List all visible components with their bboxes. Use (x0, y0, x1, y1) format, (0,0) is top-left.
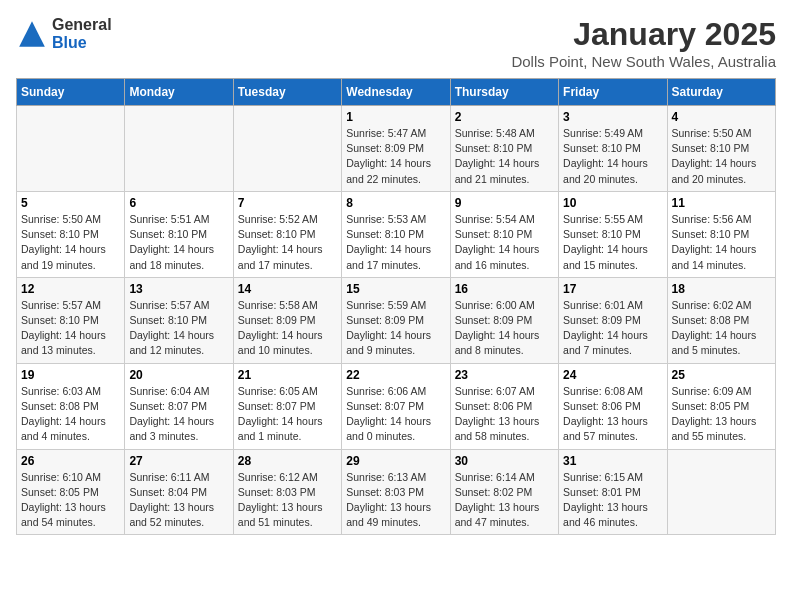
day-number: 16 (455, 282, 554, 296)
day-number: 9 (455, 196, 554, 210)
day-number: 4 (672, 110, 771, 124)
cell-2-6: 18Sunrise: 6:02 AM Sunset: 8:08 PM Dayli… (667, 277, 775, 363)
day-info: Sunrise: 6:14 AM Sunset: 8:02 PM Dayligh… (455, 470, 554, 531)
day-info: Sunrise: 5:58 AM Sunset: 8:09 PM Dayligh… (238, 298, 337, 359)
day-info: Sunrise: 5:50 AM Sunset: 8:10 PM Dayligh… (21, 212, 120, 273)
calendar-table: SundayMondayTuesdayWednesdayThursdayFrid… (16, 78, 776, 535)
cell-4-6 (667, 449, 775, 535)
svg-marker-0 (19, 21, 45, 47)
day-number: 20 (129, 368, 228, 382)
day-number: 21 (238, 368, 337, 382)
header-saturday: Saturday (667, 79, 775, 106)
header-friday: Friday (559, 79, 667, 106)
day-info: Sunrise: 6:02 AM Sunset: 8:08 PM Dayligh… (672, 298, 771, 359)
cell-4-3: 29Sunrise: 6:13 AM Sunset: 8:03 PM Dayli… (342, 449, 450, 535)
day-info: Sunrise: 6:07 AM Sunset: 8:06 PM Dayligh… (455, 384, 554, 445)
calendar-title: January 2025 (511, 16, 776, 53)
day-info: Sunrise: 6:00 AM Sunset: 8:09 PM Dayligh… (455, 298, 554, 359)
title-block: January 2025 Dolls Point, New South Wale… (511, 16, 776, 70)
day-info: Sunrise: 6:05 AM Sunset: 8:07 PM Dayligh… (238, 384, 337, 445)
day-info: Sunrise: 5:57 AM Sunset: 8:10 PM Dayligh… (129, 298, 228, 359)
day-number: 2 (455, 110, 554, 124)
day-number: 17 (563, 282, 662, 296)
header-row: SundayMondayTuesdayWednesdayThursdayFrid… (17, 79, 776, 106)
day-number: 15 (346, 282, 445, 296)
cell-2-4: 16Sunrise: 6:00 AM Sunset: 8:09 PM Dayli… (450, 277, 558, 363)
day-info: Sunrise: 5:57 AM Sunset: 8:10 PM Dayligh… (21, 298, 120, 359)
header-tuesday: Tuesday (233, 79, 341, 106)
cell-1-3: 8Sunrise: 5:53 AM Sunset: 8:10 PM Daylig… (342, 191, 450, 277)
day-info: Sunrise: 5:49 AM Sunset: 8:10 PM Dayligh… (563, 126, 662, 187)
week-row-4: 19Sunrise: 6:03 AM Sunset: 8:08 PM Dayli… (17, 363, 776, 449)
day-info: Sunrise: 6:03 AM Sunset: 8:08 PM Dayligh… (21, 384, 120, 445)
day-info: Sunrise: 6:15 AM Sunset: 8:01 PM Dayligh… (563, 470, 662, 531)
day-number: 31 (563, 454, 662, 468)
logo-icon (16, 18, 48, 50)
day-number: 29 (346, 454, 445, 468)
day-number: 22 (346, 368, 445, 382)
day-info: Sunrise: 5:47 AM Sunset: 8:09 PM Dayligh… (346, 126, 445, 187)
day-info: Sunrise: 6:01 AM Sunset: 8:09 PM Dayligh… (563, 298, 662, 359)
calendar-body: 1Sunrise: 5:47 AM Sunset: 8:09 PM Daylig… (17, 106, 776, 535)
day-info: Sunrise: 5:50 AM Sunset: 8:10 PM Dayligh… (672, 126, 771, 187)
day-info: Sunrise: 6:12 AM Sunset: 8:03 PM Dayligh… (238, 470, 337, 531)
cell-1-4: 9Sunrise: 5:54 AM Sunset: 8:10 PM Daylig… (450, 191, 558, 277)
day-info: Sunrise: 5:48 AM Sunset: 8:10 PM Dayligh… (455, 126, 554, 187)
day-number: 6 (129, 196, 228, 210)
logo-text: General Blue (52, 16, 112, 51)
day-number: 25 (672, 368, 771, 382)
cell-2-3: 15Sunrise: 5:59 AM Sunset: 8:09 PM Dayli… (342, 277, 450, 363)
cell-4-2: 28Sunrise: 6:12 AM Sunset: 8:03 PM Dayli… (233, 449, 341, 535)
logo-blue: Blue (52, 34, 112, 52)
day-number: 13 (129, 282, 228, 296)
day-number: 18 (672, 282, 771, 296)
cell-0-3: 1Sunrise: 5:47 AM Sunset: 8:09 PM Daylig… (342, 106, 450, 192)
cell-3-0: 19Sunrise: 6:03 AM Sunset: 8:08 PM Dayli… (17, 363, 125, 449)
cell-3-5: 24Sunrise: 6:08 AM Sunset: 8:06 PM Dayli… (559, 363, 667, 449)
cell-0-1 (125, 106, 233, 192)
cell-4-4: 30Sunrise: 6:14 AM Sunset: 8:02 PM Dayli… (450, 449, 558, 535)
cell-3-2: 21Sunrise: 6:05 AM Sunset: 8:07 PM Dayli… (233, 363, 341, 449)
week-row-3: 12Sunrise: 5:57 AM Sunset: 8:10 PM Dayli… (17, 277, 776, 363)
day-number: 28 (238, 454, 337, 468)
cell-2-5: 17Sunrise: 6:01 AM Sunset: 8:09 PM Dayli… (559, 277, 667, 363)
day-info: Sunrise: 6:09 AM Sunset: 8:05 PM Dayligh… (672, 384, 771, 445)
day-info: Sunrise: 6:13 AM Sunset: 8:03 PM Dayligh… (346, 470, 445, 531)
day-number: 14 (238, 282, 337, 296)
cell-1-5: 10Sunrise: 5:55 AM Sunset: 8:10 PM Dayli… (559, 191, 667, 277)
day-number: 26 (21, 454, 120, 468)
header-thursday: Thursday (450, 79, 558, 106)
logo-general: General (52, 16, 112, 34)
day-info: Sunrise: 6:04 AM Sunset: 8:07 PM Dayligh… (129, 384, 228, 445)
day-info: Sunrise: 5:54 AM Sunset: 8:10 PM Dayligh… (455, 212, 554, 273)
page-header: General Blue January 2025 Dolls Point, N… (16, 16, 776, 70)
cell-4-1: 27Sunrise: 6:11 AM Sunset: 8:04 PM Dayli… (125, 449, 233, 535)
day-number: 23 (455, 368, 554, 382)
day-info: Sunrise: 5:51 AM Sunset: 8:10 PM Dayligh… (129, 212, 228, 273)
day-number: 24 (563, 368, 662, 382)
cell-1-0: 5Sunrise: 5:50 AM Sunset: 8:10 PM Daylig… (17, 191, 125, 277)
day-number: 10 (563, 196, 662, 210)
week-row-1: 1Sunrise: 5:47 AM Sunset: 8:09 PM Daylig… (17, 106, 776, 192)
day-number: 7 (238, 196, 337, 210)
cell-2-2: 14Sunrise: 5:58 AM Sunset: 8:09 PM Dayli… (233, 277, 341, 363)
day-number: 8 (346, 196, 445, 210)
logo: General Blue (16, 16, 112, 51)
day-number: 3 (563, 110, 662, 124)
day-info: Sunrise: 5:52 AM Sunset: 8:10 PM Dayligh… (238, 212, 337, 273)
cell-1-2: 7Sunrise: 5:52 AM Sunset: 8:10 PM Daylig… (233, 191, 341, 277)
cell-4-0: 26Sunrise: 6:10 AM Sunset: 8:05 PM Dayli… (17, 449, 125, 535)
cell-1-6: 11Sunrise: 5:56 AM Sunset: 8:10 PM Dayli… (667, 191, 775, 277)
day-info: Sunrise: 5:53 AM Sunset: 8:10 PM Dayligh… (346, 212, 445, 273)
cell-2-1: 13Sunrise: 5:57 AM Sunset: 8:10 PM Dayli… (125, 277, 233, 363)
cell-4-5: 31Sunrise: 6:15 AM Sunset: 8:01 PM Dayli… (559, 449, 667, 535)
day-info: Sunrise: 5:55 AM Sunset: 8:10 PM Dayligh… (563, 212, 662, 273)
day-number: 12 (21, 282, 120, 296)
cell-0-6: 4Sunrise: 5:50 AM Sunset: 8:10 PM Daylig… (667, 106, 775, 192)
day-number: 5 (21, 196, 120, 210)
cell-0-2 (233, 106, 341, 192)
cell-3-6: 25Sunrise: 6:09 AM Sunset: 8:05 PM Dayli… (667, 363, 775, 449)
day-info: Sunrise: 5:59 AM Sunset: 8:09 PM Dayligh… (346, 298, 445, 359)
day-info: Sunrise: 5:56 AM Sunset: 8:10 PM Dayligh… (672, 212, 771, 273)
week-row-2: 5Sunrise: 5:50 AM Sunset: 8:10 PM Daylig… (17, 191, 776, 277)
